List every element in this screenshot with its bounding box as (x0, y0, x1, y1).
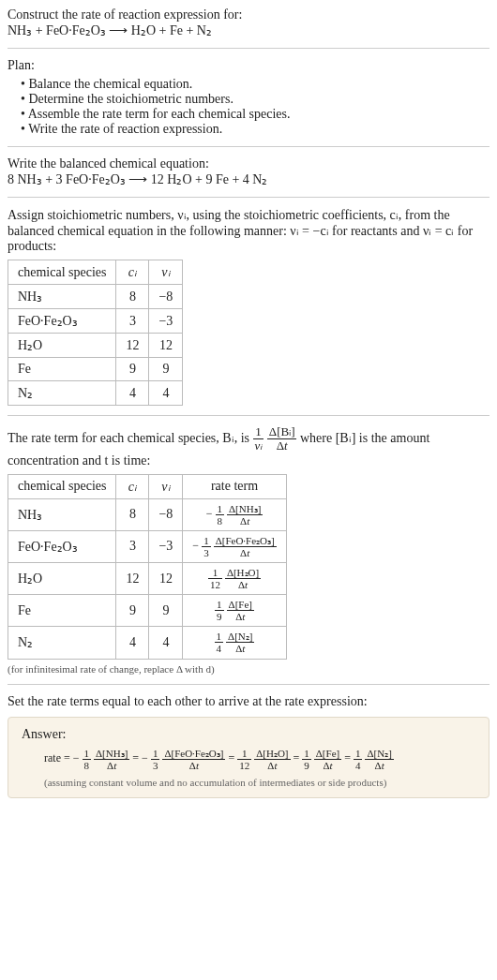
divider (8, 684, 489, 685)
table-row: H₂O 12 12 (8, 334, 183, 358)
cell-vi: 4 (149, 627, 183, 659)
balanced-title: Write the balanced chemical equation: (8, 156, 489, 171)
cell-rate: − 13 Δ[FeO·Fe₂O₃]Δt (183, 530, 286, 562)
plan-item: Assemble the rate term for each chemical… (21, 107, 489, 122)
col-rate: rate term (183, 474, 286, 498)
cell-vi: −3 (149, 309, 183, 334)
rate-term-intro: The rate term for each chemical species,… (8, 425, 489, 468)
cell-ci: 12 (116, 334, 149, 358)
cell-species: Fe (8, 358, 116, 381)
delta-frac: Δ[H₂O]Δt (225, 567, 261, 590)
answer-box: Answer: rate = − 18 Δ[NH₃]Δt = − 13 Δ[Fe… (8, 717, 489, 798)
table-row: H₂O 12 12 112 Δ[H₂O]Δt (8, 562, 287, 594)
intro-text: The rate term for each chemical species,… (8, 431, 253, 445)
cell-rate: 112 Δ[H₂O]Δt (183, 562, 286, 594)
cell-species: H₂O (8, 334, 116, 358)
cell-rate: 19 Δ[Fe]Δt (183, 595, 286, 627)
table-row: FeO·Fe₂O₃ 3 −3 − 13 Δ[FeO·Fe₂O₃]Δt (8, 530, 287, 562)
col-species: chemical species (8, 260, 116, 285)
table-row: NH₃ 8 −8 − 18 Δ[NH₃]Δt (8, 498, 287, 530)
cell-vi: −3 (149, 530, 183, 562)
cell-vi: −8 (149, 498, 183, 530)
unbalanced-equation: NH₃ + FeO·Fe₂O₃ ⟶ H₂O + Fe + N₂ (8, 22, 489, 38)
table-row: FeO·Fe₂O₃ 3 −3 (8, 309, 183, 334)
delta-frac: Δ[FeO·Fe₂O₃]Δt (214, 535, 277, 558)
cell-ci: 4 (116, 627, 149, 659)
table-row: Fe 9 9 (8, 358, 183, 381)
generic-delta-frac: Δ[Bᵢ] Δt (267, 425, 297, 453)
divider (8, 146, 489, 147)
cell-vi: 9 (149, 595, 183, 627)
table-row: N₂ 4 4 14 Δ[N₂]Δt (8, 627, 287, 659)
cell-ci: 3 (116, 309, 149, 334)
cell-ci: 9 (116, 595, 149, 627)
col-ci: cᵢ (116, 260, 149, 285)
plan-item: Write the rate of reaction expression. (21, 122, 489, 137)
plan-item: Determine the stoichiometric numbers. (21, 92, 489, 107)
cell-ci: 8 (116, 498, 149, 530)
divider (8, 197, 489, 198)
table-header-row: chemical species cᵢ νᵢ rate term (8, 474, 287, 498)
generic-coef-frac: 1 νᵢ (253, 425, 264, 453)
coef-frac: 18 (216, 503, 225, 527)
cell-species: N₂ (8, 381, 116, 406)
plan-section: Plan: Balance the chemical equation. Det… (8, 58, 489, 137)
stoich-section: Assign stoichiometric numbers, νᵢ, using… (8, 207, 489, 406)
balanced-equation: 8 NH₃ + 3 FeO·Fe₂O₃ ⟶ 12 H₂O + 9 Fe + 4 … (8, 171, 489, 187)
cell-species: H₂O (8, 562, 116, 594)
balanced-section: Write the balanced chemical equation: 8 … (8, 156, 489, 187)
final-intro: Set the rate terms equal to each other t… (8, 694, 489, 709)
cell-species: Fe (8, 595, 116, 627)
cell-rate: 14 Δ[N₂]Δt (183, 627, 286, 659)
problem-header: Construct the rate of reaction expressio… (8, 7, 489, 38)
delta-frac: Δ[NH₃]Δt (227, 503, 263, 527)
cell-vi: −8 (149, 285, 183, 309)
coef-frac: 112 (208, 567, 222, 590)
cell-species: FeO·Fe₂O₃ (8, 309, 116, 334)
final-section: Set the rate terms equal to each other t… (8, 694, 489, 798)
construct-label: Construct the rate of reaction expressio… (8, 7, 489, 22)
cell-rate: − 18 Δ[NH₃]Δt (183, 498, 286, 530)
plan-title: Plan: (8, 58, 489, 73)
coef-frac: 13 (202, 535, 211, 558)
stoich-table: chemical species cᵢ νᵢ NH₃ 8 −8 FeO·Fe₂O… (8, 260, 183, 406)
plan-list: Balance the chemical equation. Determine… (8, 77, 489, 137)
coef-frac: 19 (215, 599, 224, 622)
coef-frac: 14 (215, 631, 224, 654)
cell-species: NH₃ (8, 498, 116, 530)
rate-prefix: rate = (44, 751, 73, 765)
table-row: N₂ 4 4 (8, 381, 183, 406)
stoich-intro: Assign stoichiometric numbers, νᵢ, using… (8, 207, 489, 254)
cell-ci: 8 (116, 285, 149, 309)
col-vi: νᵢ (149, 260, 183, 285)
col-vi: νᵢ (149, 474, 183, 498)
divider (8, 415, 489, 416)
rate-term-table: chemical species cᵢ νᵢ rate term NH₃ 8 −… (8, 474, 287, 660)
cell-species: NH₃ (8, 285, 116, 309)
table-row: Fe 9 9 19 Δ[Fe]Δt (8, 595, 287, 627)
col-species: chemical species (8, 474, 116, 498)
cell-ci: 3 (116, 530, 149, 562)
table-row: NH₃ 8 −8 (8, 285, 183, 309)
rate-term-section: The rate term for each chemical species,… (8, 425, 489, 675)
cell-ci: 12 (116, 562, 149, 594)
cell-vi: 12 (149, 562, 183, 594)
table-header-row: chemical species cᵢ νᵢ (8, 260, 183, 285)
answer-note: (assuming constant volume and no accumul… (44, 777, 475, 788)
col-ci: cᵢ (116, 474, 149, 498)
cell-ci: 4 (116, 381, 149, 406)
cell-vi: 12 (149, 334, 183, 358)
cell-vi: 4 (149, 381, 183, 406)
cell-vi: 9 (149, 358, 183, 381)
delta-note: (for infinitesimal rate of change, repla… (8, 663, 489, 675)
answer-equation: rate = − 18 Δ[NH₃]Δt = − 13 Δ[FeO·Fe₂O₃]… (44, 748, 475, 771)
answer-label: Answer: (22, 727, 475, 742)
delta-frac: Δ[Fe]Δt (227, 599, 254, 622)
cell-species: N₂ (8, 627, 116, 659)
cell-species: FeO·Fe₂O₃ (8, 530, 116, 562)
divider (8, 48, 489, 49)
plan-item: Balance the chemical equation. (21, 77, 489, 92)
delta-frac: Δ[N₂]Δt (226, 631, 254, 654)
cell-ci: 9 (116, 358, 149, 381)
